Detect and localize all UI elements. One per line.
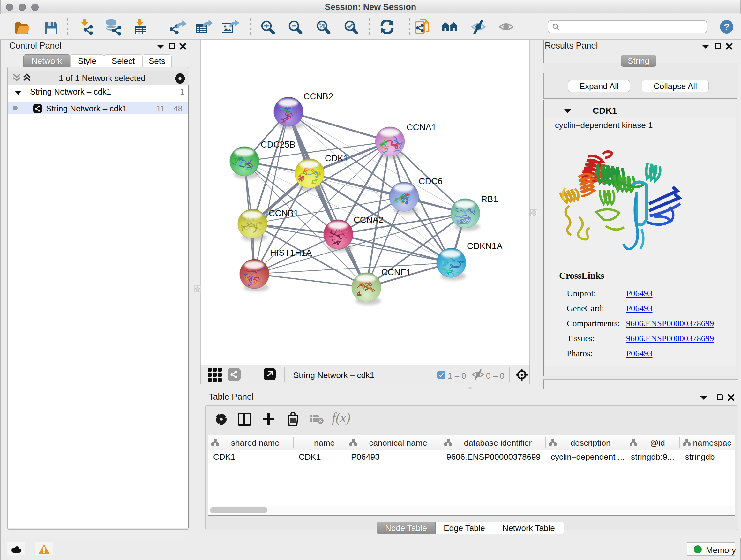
- svg-text:CCNE1: CCNE1: [381, 267, 411, 277]
- svg-text:CCNA1: CCNA1: [407, 122, 436, 132]
- svg-text:CCNA2: CCNA2: [354, 215, 383, 225]
- svg-text:CCNB1: CCNB1: [269, 208, 298, 218]
- svg-text:?: ?: [724, 21, 730, 32]
- svg-text:CDK1: CDK1: [325, 153, 348, 163]
- svg-text:CDKN1A: CDKN1A: [467, 241, 502, 251]
- svg-text:CDC25B: CDC25B: [261, 139, 295, 149]
- svg-text:HIST1H1A: HIST1H1A: [270, 248, 312, 258]
- svg-text:RB1: RB1: [481, 194, 498, 204]
- svg-text:CDC6: CDC6: [419, 176, 443, 186]
- svg-text:CCNB2: CCNB2: [304, 91, 333, 101]
